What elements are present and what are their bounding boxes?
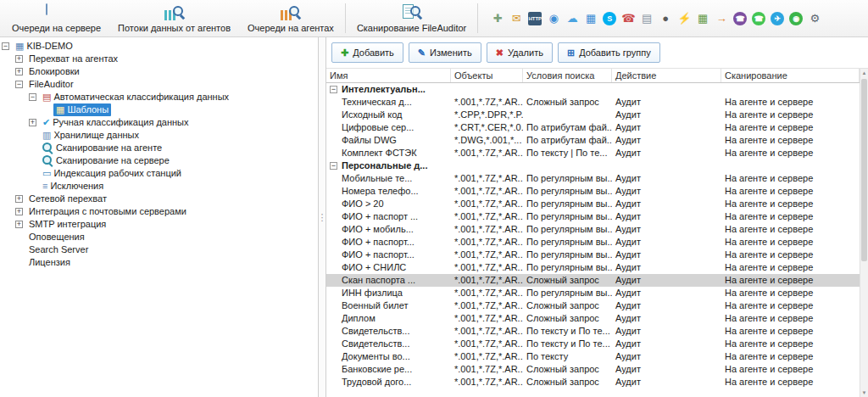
web-icon[interactable]: ◉ (547, 12, 560, 25)
cell-objects: *.001,*.7Z,*.AR... (451, 172, 523, 185)
table-row[interactable]: Свидетельств...*.001,*.7Z,*.AR...По текс… (326, 338, 860, 350)
column-header-objects[interactable]: Объекты (451, 69, 523, 82)
table-row[interactable]: Трудовой дого...*.001,*.7Z,*.AR...Сложны… (326, 376, 860, 389)
logout-icon[interactable]: → (715, 12, 728, 25)
tree-expander[interactable]: + (15, 221, 23, 228)
tree-expander[interactable]: + (15, 208, 23, 215)
table-row[interactable]: ФИО + паспорт...*.001,*.7Z,*.AR...По рег… (326, 249, 860, 261)
table-row[interactable]: ФИО + паспорт...*.001,*.7Z,*.AR...По рег… (326, 236, 860, 249)
scroll-down-icon[interactable]: ▼ (860, 389, 868, 397)
telegram-icon[interactable]: ✈ (771, 12, 784, 25)
tree-expander[interactable]: − (29, 93, 36, 101)
table-row[interactable]: Цифровые сер...*.CRT,*.CER,*.0...По атри… (326, 121, 860, 134)
cell-scan: На агенте и сервере (721, 299, 860, 312)
tree-expander[interactable]: + (15, 195, 23, 203)
group-collapse-icon[interactable]: − (330, 86, 337, 93)
add-button[interactable]: ✚ Добавить (331, 42, 403, 63)
table-row[interactable]: Номера телефо...*.001,*.7Z,*.AR...По рег… (326, 185, 860, 198)
cloud-icon[interactable]: ☁ (565, 12, 579, 25)
edit-button[interactable]: ✎ Изменить (409, 42, 481, 63)
tree-item[interactable]: ▭Индексация рабочих станций (0, 167, 318, 180)
cell-scan: На агенте и сервере (721, 210, 860, 223)
tree-item[interactable]: +Сетевой перехват (0, 193, 318, 205)
browser-icon[interactable]: ◉ (789, 12, 803, 25)
table-row[interactable]: Свидетельств...*.001,*.7Z,*.AR...По текс… (326, 325, 860, 338)
http-icon[interactable]: HTTP (528, 12, 542, 25)
tree-item[interactable]: −FileAuditor (0, 78, 318, 91)
table-row[interactable]: ФИО + мобиль...*.001,*.7Z,*.AR...По регу… (326, 223, 860, 236)
table-row[interactable]: Военный билет*.001,*.7Z,*.AR...Сложный з… (326, 299, 860, 312)
tree-expander[interactable]: + (15, 68, 23, 75)
printer-icon[interactable]: ▤ (640, 12, 654, 25)
server-rack-icon: ▦ (15, 42, 24, 51)
tree-item[interactable]: −▦KIB-DEMO (0, 40, 318, 53)
tree-expander[interactable]: + (29, 119, 36, 126)
scroll-thumb[interactable] (861, 79, 867, 261)
keyboard-icon[interactable]: ▦ (696, 12, 709, 25)
table-row[interactable]: Скан паспорта ...*.001,*.7Z,*.AR...Сложн… (326, 274, 860, 287)
devices-icon[interactable]: ✚ (491, 12, 504, 25)
scroll-up-icon[interactable]: ▲ (860, 69, 868, 77)
whatsapp-icon[interactable]: ☎ (752, 12, 765, 25)
tree-item[interactable]: Оповещения (0, 231, 318, 243)
table-row[interactable]: Комплект ФСТЭК*.001,*.7Z,*.AR...По текст… (326, 147, 860, 159)
server-queues-button[interactable]: Очереди на сервере (3, 0, 109, 36)
agent-queues-button[interactable]: Очереди на агентах (239, 0, 342, 36)
table-row[interactable]: ФИО + паспорт ...*.001,*.7Z,*.AR...По ре… (326, 210, 860, 223)
table-group-row[interactable]: −Персональные д... (326, 159, 860, 172)
tree-item[interactable]: Лицензия (0, 256, 318, 269)
tree-item[interactable]: −▤Автоматическая классификация данных (0, 91, 318, 103)
tree-item-label-wrap: Блокировки (26, 65, 82, 78)
cell-name: Военный билет (326, 299, 451, 312)
tree-item[interactable]: +Перехват на агентах (0, 53, 318, 65)
skype-icon[interactable]: S (603, 12, 616, 25)
column-header-name[interactable]: Имя (326, 69, 451, 82)
tree-item[interactable]: Сканирование на агенте (0, 142, 318, 154)
add-group-button[interactable]: ⊞ Добавить группу (558, 42, 660, 63)
tree-item[interactable]: +SMTP интеграция (0, 218, 318, 231)
table-row[interactable]: Банковские ре...*.001,*.7Z,*.AR...Сложны… (326, 363, 860, 376)
column-header-scanning[interactable]: Сканирование (721, 69, 860, 82)
table-row[interactable]: Файлы DWG*.DWG,*.001,*...По атрибутам фа… (326, 134, 860, 147)
table-scrollbar[interactable]: ▲ ▼ (860, 69, 868, 397)
tree-expander[interactable]: + (15, 55, 23, 63)
cell-conditions: По тексту | По те... (523, 147, 612, 159)
settings-icon[interactable]: ⚙ (808, 12, 821, 25)
tree-item[interactable]: Сканирование на сервере (0, 154, 318, 167)
tree-item[interactable]: +Блокировки (0, 65, 318, 78)
tree-item[interactable]: ▦Шаблоны (0, 103, 318, 116)
delete-button[interactable]: ✖ Удалить (487, 42, 553, 63)
table-row[interactable]: Мобильные те...*.001,*.7Z,*.AR...По регу… (326, 172, 860, 185)
tree-expander[interactable]: − (15, 81, 23, 88)
tree-item-label-wrap: Сканирование на агенте (40, 142, 164, 154)
table-row[interactable]: Документы во...*.001,*.7Z,*.AR...По текс… (326, 350, 860, 363)
tree-item[interactable]: ≡Исключения (0, 180, 318, 193)
cell-objects: *.001,*.7Z,*.AR... (451, 261, 523, 274)
cell-action: Аудит (612, 338, 721, 350)
monitor-icon[interactable]: ▦ (584, 12, 598, 25)
tree-item[interactable]: +✔Ручная классификация данных (0, 116, 318, 129)
table-row[interactable]: ИНН физлица*.001,*.7Z,*.AR...По регулярн… (326, 287, 860, 299)
panel-splitter[interactable]: ⋮ (319, 37, 326, 397)
table-row[interactable]: Техническая д...*.001,*.7Z,*.AR...Сложны… (326, 96, 860, 109)
table-row[interactable]: Исходный код*.CPP,*.DPR,*.P...АудитНа аг… (326, 109, 860, 121)
fileauditor-scan-button[interactable]: Сканирование FileAuditor (348, 0, 475, 36)
mail-icon[interactable]: ✉ (509, 12, 523, 25)
agent-data-streams-button[interactable]: Потоки данных от агентов (109, 0, 239, 36)
tree-item[interactable]: ▥Хранилище данных (0, 129, 318, 142)
table-row[interactable]: ФИО + СНИЛС*.001,*.7Z,*.AR...По регулярн… (326, 261, 860, 274)
table-row[interactable]: ФИО > 20*.001,*.7Z,*.AR...По регулярным … (326, 198, 860, 210)
viber-icon[interactable]: ☎ (733, 12, 747, 25)
phone-icon[interactable]: ☎ (621, 12, 635, 25)
tree-item[interactable]: +Интеграция с почтовыми серверами (0, 205, 318, 218)
tree-item[interactable]: Search Server (0, 243, 318, 256)
usb-icon[interactable]: ⚡ (677, 12, 691, 25)
table-group-row[interactable]: −Интеллектуальн... (326, 83, 860, 96)
column-header-action[interactable]: Действие (612, 69, 721, 82)
table-row[interactable]: Диплом*.001,*.7Z,*.AR...Сложный запросАу… (326, 312, 860, 325)
group-collapse-icon[interactable]: − (330, 162, 337, 170)
plus-icon: ✚ (341, 48, 348, 59)
tree-expander[interactable]: − (2, 42, 9, 50)
microphone-icon[interactable]: ● (659, 12, 672, 25)
column-header-conditions[interactable]: Условия поиска (523, 69, 612, 82)
